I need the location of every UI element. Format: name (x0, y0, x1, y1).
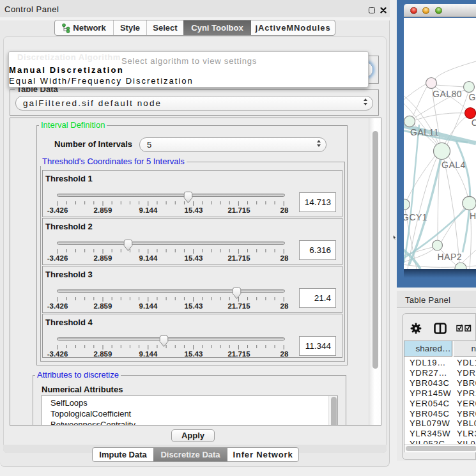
svg-text:HAP2: HAP2 (438, 252, 463, 262)
svg-text:GAL11: GAL11 (410, 127, 439, 137)
svg-text:CR: CR (472, 118, 476, 128)
svg-text:GA: GA (469, 92, 476, 102)
svg-text:GAL80: GAL80 (433, 89, 462, 99)
svg-text:H: H (470, 211, 476, 221)
svg-text:GCY1: GCY1 (404, 212, 427, 222)
svg-text:GAL4: GAL4 (441, 160, 466, 170)
